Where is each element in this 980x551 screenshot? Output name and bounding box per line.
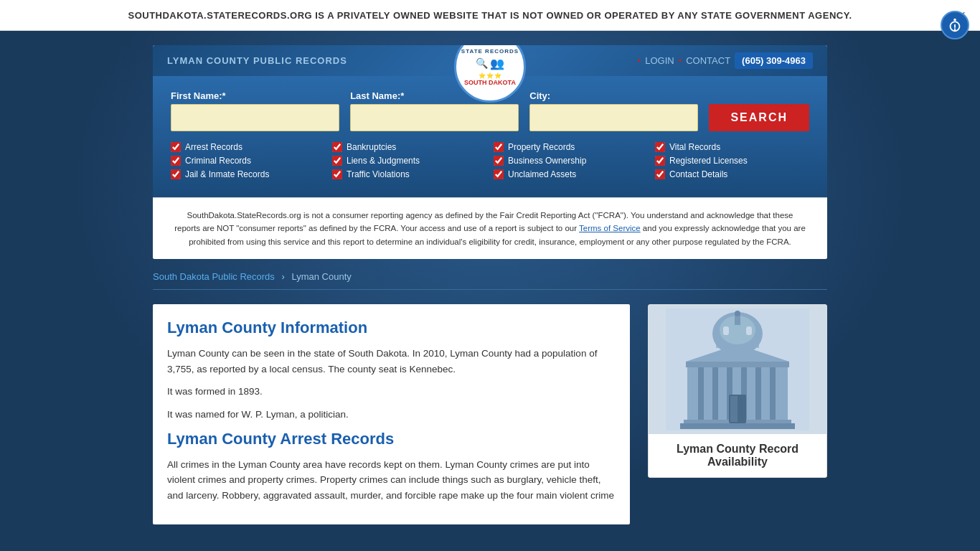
checkbox-input[interactable] xyxy=(655,169,665,179)
city-label: City: xyxy=(529,90,698,101)
content-main: Lyman County Information Lyman County ca… xyxy=(153,304,630,524)
checkbox-label: Liens & Judgments xyxy=(347,156,420,166)
checkbox-input[interactable] xyxy=(494,156,504,166)
checkbox-label: Arrest Records xyxy=(185,142,242,152)
first-name-label: First Name:* xyxy=(171,90,339,101)
building-illustration xyxy=(649,305,826,434)
first-name-input[interactable] xyxy=(171,104,339,131)
content-area: Lyman County Information Lyman County ca… xyxy=(153,304,827,524)
county-title: LYMAN COUNTY PUBLIC RECORDS xyxy=(167,55,347,66)
svg-rect-11 xyxy=(686,362,789,367)
checkbox-label: Contact Details xyxy=(669,169,727,179)
checkbox-item: Liens & Judgments xyxy=(332,156,486,166)
sidebar-card: Lyman County Record Availability xyxy=(648,304,827,478)
checkbox-input[interactable] xyxy=(494,169,504,179)
checkbox-input[interactable] xyxy=(655,142,665,152)
city-input[interactable] xyxy=(529,104,698,131)
content-sidebar: Lyman County Record Availability xyxy=(648,304,827,524)
logo-state-text: SOUTH DAKOTA xyxy=(464,79,516,86)
checkbox-input[interactable] xyxy=(171,169,181,179)
first-name-group: First Name:* xyxy=(171,90,339,131)
checkbox-item: Contact Details xyxy=(655,169,809,179)
checkbox-item: Arrest Records xyxy=(171,142,325,152)
checkbox-label: Traffic Violations xyxy=(347,169,410,179)
checkbox-label: Vital Records xyxy=(669,142,720,152)
accessibility-icon xyxy=(947,17,963,33)
svg-rect-10 xyxy=(680,423,795,429)
svg-rect-4 xyxy=(712,366,718,427)
breadcrumb: South Dakota Public Records › Lyman Coun… xyxy=(153,268,827,290)
logo-icons: 🔍 👥 xyxy=(476,57,504,70)
checkbox-label: Bankruptcies xyxy=(347,142,396,152)
svg-point-17 xyxy=(735,311,740,316)
breadcrumb-parent-link[interactable]: South Dakota Public Records xyxy=(153,271,275,282)
checkbox-label: Unclaimed Assets xyxy=(508,169,576,179)
checkbox-label: Criminal Records xyxy=(185,156,251,166)
tos-link[interactable]: Terms of Service xyxy=(579,224,641,232)
checkbox-label: Property Records xyxy=(508,142,575,152)
svg-rect-18 xyxy=(723,326,729,335)
logo-bottom-text: ⭐⭐⭐ xyxy=(479,72,502,79)
header-nav: • LOGIN • CONTACT (605) 309-4963 xyxy=(638,52,813,69)
arrest-paragraph-1: All crimes in the Lyman County area have… xyxy=(167,457,616,504)
sidebar-card-title: Lyman County Record Availability xyxy=(649,434,826,477)
logo-top-text: STATE RECORDS xyxy=(461,48,519,55)
logo-people-icon: 👥 xyxy=(490,57,504,70)
checkbox-item: Business Ownership xyxy=(494,156,648,166)
checkbox-item: Traffic Violations xyxy=(332,169,486,179)
search-button[interactable]: SEARCH xyxy=(709,104,809,131)
checkbox-item: Bankruptcies xyxy=(332,142,486,152)
checkboxes-grid: Arrest RecordsBankruptciesProperty Recor… xyxy=(171,142,809,179)
site-logo: STATE RECORDS 🔍 👥 ⭐⭐⭐ SOUTH DAKOTA xyxy=(454,45,526,103)
svg-rect-21 xyxy=(730,396,738,422)
contact-link[interactable]: CONTACT xyxy=(686,55,730,66)
checkbox-item: Criminal Records xyxy=(171,156,325,166)
main-wrapper: LYMAN COUNTY PUBLIC RECORDS STATE RECORD… xyxy=(0,31,980,546)
info-title: Lyman County Information xyxy=(167,319,616,337)
breadcrumb-separator: › xyxy=(281,271,284,282)
checkbox-input[interactable] xyxy=(332,169,342,179)
checkbox-label: Business Ownership xyxy=(508,156,586,166)
phone-number[interactable]: (605) 309-4963 xyxy=(735,52,813,69)
building-svg xyxy=(666,309,809,430)
checkbox-item: Unclaimed Assets xyxy=(494,169,648,179)
dot2: • xyxy=(679,55,682,66)
checkbox-input[interactable] xyxy=(332,142,342,152)
disclaimer-section: SouthDakota.StateRecords.org is not a co… xyxy=(153,197,827,259)
top-banner: SOUTHDAKOTA.STATERECORDS.ORG IS A PRIVAT… xyxy=(0,0,980,31)
checkbox-label: Jail & Inmate Records xyxy=(185,169,269,179)
card-header: LYMAN COUNTY PUBLIC RECORDS STATE RECORD… xyxy=(153,45,827,76)
checkbox-input[interactable] xyxy=(655,156,665,166)
svg-rect-8 xyxy=(770,366,776,427)
dot1: • xyxy=(638,55,641,66)
accessibility-button[interactable] xyxy=(941,11,969,39)
info-paragraph-1: Lyman County can be seen in the state of… xyxy=(167,346,616,377)
city-group: City: xyxy=(529,90,698,131)
checkbox-item: Registered Licenses xyxy=(655,156,809,166)
checkbox-item: Property Records xyxy=(494,142,648,152)
checkbox-input[interactable] xyxy=(494,142,504,152)
info-paragraph-3: It was named for W. P. Lyman, a politici… xyxy=(167,407,616,423)
logo-circle: STATE RECORDS 🔍 👥 ⭐⭐⭐ SOUTH DAKOTA xyxy=(454,45,526,103)
svg-rect-19 xyxy=(746,326,752,335)
svg-rect-7 xyxy=(755,366,761,427)
checkbox-item: Vital Records xyxy=(655,142,809,152)
svg-point-0 xyxy=(953,19,956,22)
checkbox-input[interactable] xyxy=(332,156,342,166)
svg-rect-3 xyxy=(698,366,704,427)
checkbox-input[interactable] xyxy=(171,156,181,166)
checkbox-input[interactable] xyxy=(171,142,181,152)
checkbox-label: Registered Licenses xyxy=(669,156,748,166)
breadcrumb-current: Lyman County xyxy=(291,271,351,282)
arrest-title: Lyman County Arrest Records xyxy=(167,430,616,448)
banner-text: SOUTHDAKOTA.STATERECORDS.ORG IS A PRIVAT… xyxy=(128,10,852,21)
logo-search-icon: 🔍 xyxy=(476,57,488,69)
main-card: LYMAN COUNTY PUBLIC RECORDS STATE RECORD… xyxy=(153,45,827,259)
checkbox-item: Jail & Inmate Records xyxy=(171,169,325,179)
last-name-input[interactable] xyxy=(350,104,519,131)
info-paragraph-2: It was formed in 1893. xyxy=(167,384,616,400)
login-link[interactable]: LOGIN xyxy=(645,55,674,66)
